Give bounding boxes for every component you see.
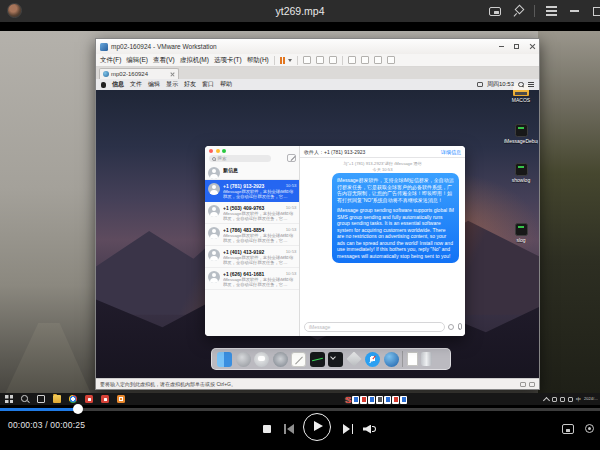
chrome-icon: [69, 395, 77, 403]
seek-thumb[interactable]: [73, 404, 83, 414]
desktop-icon-imessagedebug: iMessageDebug: [504, 124, 538, 144]
file-explorer-icon: [53, 395, 61, 403]
terminal-app-icon: [515, 163, 528, 176]
dock-icon-system-preferences: [273, 352, 288, 367]
vm-tab-icon: [103, 71, 109, 77]
search-icon: [212, 157, 216, 161]
vmware-pause-icon: [280, 57, 292, 64]
vmware-titlebar: mp02-160924 - VMware Workstation: [96, 39, 539, 54]
watermark-block: [352, 396, 359, 404]
watermark-letter: S: [345, 395, 351, 404]
previous-icon: [287, 424, 294, 434]
to-value: +1 (781) 913-2923: [324, 149, 365, 155]
notification-center-icon: [528, 82, 534, 83]
conversation-preview: iMessage群发软件，支持全球iM短信群发，全自动运行群发任务，它…: [223, 255, 297, 265]
time-display: 00:00:03 / 00:00:25: [8, 420, 85, 430]
macos-menubar-status: 周四10:53: [477, 80, 534, 89]
conversation-row-new: 新信息: [205, 164, 299, 180]
pin-on-top-button[interactable]: [511, 4, 524, 18]
vmware-toolbar-separator: [342, 56, 343, 65]
terminal-app-icon: [515, 223, 528, 236]
traffic-lights: [209, 149, 226, 153]
conversation-time: 10:53: [286, 205, 297, 210]
tray-chevron-icon: [543, 396, 550, 403]
conversation-preview: iMessage群发软件，支持全球iM短信群发，全自动运行群发任务，它…: [223, 233, 297, 243]
mini-player-button[interactable]: [488, 4, 501, 18]
minimize-button[interactable]: [568, 4, 581, 18]
dock-icon-safari: [365, 352, 380, 367]
vmware-vm-tab: mp02-160924: [99, 68, 179, 79]
watermark-block: [376, 396, 383, 404]
vmware-caret-icon: [288, 59, 292, 62]
aspect-ratio-button[interactable]: [562, 424, 574, 434]
red-app-icon: [101, 395, 109, 403]
vmware-console-icon: [361, 56, 369, 64]
pin-icon: [513, 6, 523, 16]
macos-menu-edit: 编辑: [148, 80, 160, 89]
conversation-name: +1 (781) 913-2923: [223, 183, 283, 189]
desktop-icon-showlog: showlog: [504, 163, 538, 183]
avatar: [208, 183, 220, 195]
vmware-menu-file: 文件(F): [100, 56, 121, 65]
in-video-taskbar: [0, 393, 600, 405]
dock-icon-installer: [347, 352, 362, 367]
conversation-name: +1 (401) 413-9192: [223, 249, 283, 255]
chat-pane: 收件人： +1 (781) 913-2923 详细信息 与“+1 (781) 9…: [300, 146, 465, 336]
desktop-icon-slog: slog: [504, 223, 538, 243]
stop-button[interactable]: [263, 425, 271, 433]
in-video-system-tray: 中 2024/…: [544, 393, 598, 405]
microphone-icon: [457, 323, 461, 330]
task-view-icon: [37, 395, 45, 403]
tray-volume-icon: [568, 397, 573, 402]
speaker-wave-icon: [372, 426, 376, 432]
vmware-menu-vm: 虚拟机(M): [180, 56, 209, 65]
vmware-panel-icon: [348, 56, 356, 64]
conversation-time: 10:53: [286, 183, 297, 188]
progress-fill: [0, 408, 78, 411]
messages-window: 搜索 新信息 +1 (781) 913-2923 10:53: [205, 146, 465, 336]
seek-bar[interactable]: [0, 408, 600, 411]
chat-header: 收件人： +1 (781) 913-2923 详细信息: [300, 146, 465, 158]
conversation-time: 10:53: [286, 271, 297, 276]
play-button[interactable]: [303, 413, 331, 441]
conversation-row-selected: +1 (781) 913-2923 10:53 iMessage群发软件，支持全…: [205, 180, 299, 202]
watermark-block: [384, 396, 391, 404]
minimize-icon: [570, 10, 579, 12]
dock-icon-terminal: [328, 352, 343, 367]
conversation-row: +1 (503) 409-9763 10:53 iMessage群发软件，支持全…: [205, 202, 299, 224]
watermark-block: [400, 396, 407, 404]
previous-button[interactable]: [284, 424, 295, 434]
dock-icon-network-app: [384, 352, 399, 367]
zoom-traffic-light: [222, 149, 226, 153]
desktop-icon-label: slog: [504, 237, 538, 243]
dock-icon-notes: [291, 352, 306, 367]
desktop-icon-label: showlog: [504, 177, 538, 183]
vmware-menu-edit: 编辑(E): [126, 56, 148, 65]
titlebar-divider: [534, 5, 535, 17]
volume-button[interactable]: [363, 424, 377, 434]
next-button[interactable]: [343, 424, 354, 434]
maximize-button[interactable]: [591, 4, 600, 18]
message-input-bar: iMessage: [304, 321, 461, 332]
settings-button[interactable]: [584, 423, 595, 434]
watermark-block: [392, 396, 399, 404]
menu-button[interactable]: [545, 4, 558, 18]
macos-menu-window: 窗口: [202, 80, 214, 89]
dock-icon-trash: [421, 352, 432, 366]
apple-menu-icon: [101, 82, 106, 88]
vmware-window-controls: [499, 39, 535, 54]
video-viewport[interactable]: mp02-160924 - VMware Workstation 文件(F) 编…: [0, 31, 600, 405]
conversation-name: 新信息: [223, 167, 283, 173]
vmware-maximize-icon: [514, 44, 519, 49]
conversation-time: 10:53: [286, 249, 297, 254]
host-wallpaper-right: [538, 31, 600, 405]
minimize-traffic-light: [216, 149, 220, 153]
vmware-toolbar-separator: [274, 56, 275, 65]
vmware-snapshot-icon: [303, 56, 311, 64]
vmware-device-icon: [520, 382, 526, 387]
bubble-text-english: iMessage group sending software supports…: [337, 207, 454, 259]
avatar: [208, 205, 220, 217]
video-watermark: S: [345, 395, 407, 404]
watermark-block: [368, 396, 375, 404]
conversation-name: +1 (503) 409-9763: [223, 205, 283, 211]
